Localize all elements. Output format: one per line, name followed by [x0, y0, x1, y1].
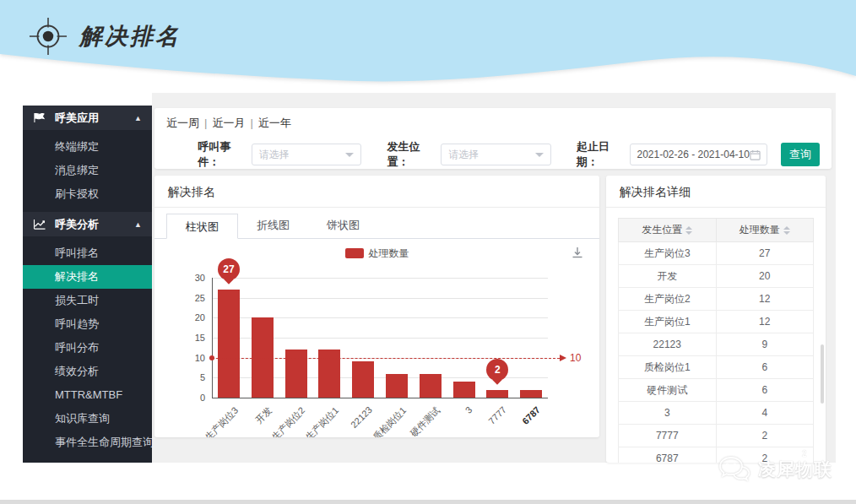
scrollbar[interactable]: [821, 344, 824, 404]
call-event-select[interactable]: 请选择: [252, 144, 362, 165]
table-header-row: 发生位置处理数量: [619, 219, 814, 242]
bar[interactable]: [420, 374, 442, 398]
table-cell: 2: [716, 425, 814, 447]
line-chart-icon: [33, 219, 46, 230]
sidebar-item[interactable]: 终端绑定: [23, 135, 152, 159]
table-cell: 生产岗位2: [619, 288, 717, 311]
table-cell: 3: [619, 402, 717, 425]
detail-table: 发生位置处理数量生产岗位327开发20生产岗位212生产岗位112221239质…: [618, 218, 814, 463]
sidebar-item[interactable]: 呼叫排名: [23, 241, 152, 265]
y-axis-tick-label: 20: [180, 312, 205, 322]
caret-up-icon: ▲: [134, 220, 142, 229]
sidebar-group-header[interactable]: 呼美分析▲: [23, 212, 152, 236]
sidebar-group-label: 呼美应用: [55, 111, 134, 126]
y-axis-tick-label: 30: [180, 273, 205, 283]
tab-折线图[interactable]: 折线图: [238, 213, 308, 238]
sidebar-group-items: 终端绑定消息绑定刷卡授权: [23, 130, 152, 211]
table-cell: 9: [716, 333, 814, 356]
bar[interactable]: [386, 374, 408, 398]
quick-range-link[interactable]: 近一周: [166, 117, 199, 129]
bar[interactable]: [218, 290, 240, 398]
quick-range-links: 近一周|近一月|近一年: [166, 116, 820, 131]
table-cell: 6: [716, 379, 814, 402]
table-cell: 22123: [619, 333, 717, 356]
page-title: 解决排名: [79, 21, 181, 51]
chart-type-tabs: 柱状图折线图饼状图: [154, 213, 599, 239]
bar[interactable]: [486, 390, 508, 398]
data-point-marker: 2: [486, 359, 508, 383]
call-event-placeholder: 请选择: [259, 148, 346, 162]
page-header: 解决排名: [0, 0, 856, 95]
chart-panel: 解决排名 柱状图折线图饼状图 处理数量 051015202530生产岗位3开发生…: [154, 176, 599, 437]
table-cell: 生产岗位3: [619, 242, 717, 265]
sidebar-group-header[interactable]: 呼美应用▲: [23, 106, 152, 130]
bar[interactable]: [352, 361, 374, 398]
column-header-发生位置[interactable]: 发生位置: [619, 219, 717, 242]
chart-panel-title: 解决排名: [154, 176, 599, 208]
y-axis-tick-label: 15: [180, 333, 205, 343]
bar-chart: 051015202530生产岗位3开发生产岗位2生产岗位122123质检岗位1硬…: [163, 266, 591, 437]
table-cell: 6787: [619, 447, 717, 463]
call-event-label: 呼叫事件：: [198, 139, 247, 170]
markline-label: 10: [570, 352, 581, 364]
quick-range-link[interactable]: 近一年: [258, 117, 291, 129]
column-header-处理数量[interactable]: 处理数量: [716, 219, 814, 242]
watermark-badge: 2: [802, 449, 808, 458]
date-range-input[interactable]: 2021-02-26 - 2021-04-10: [630, 144, 767, 165]
date-range-value: 2021-02-26 - 2021-04-10: [637, 149, 749, 160]
sidebar-item[interactable]: 绩效分析: [23, 360, 152, 383]
query-button[interactable]: 查询: [781, 143, 820, 166]
table-row: 77772: [619, 425, 814, 447]
table-cell: 7777: [619, 425, 717, 447]
location-select[interactable]: 请选择: [441, 144, 551, 165]
sidebar-item[interactable]: 呼叫趋势: [23, 312, 152, 336]
quick-range-link[interactable]: 近一月: [212, 117, 245, 129]
tab-饼状图[interactable]: 饼状图: [308, 213, 378, 238]
sidebar-item[interactable]: 呼叫分布: [23, 336, 152, 360]
sidebar-item[interactable]: 知识库查询: [23, 407, 152, 431]
legend-label[interactable]: 处理数量: [369, 247, 409, 261]
table-row: 质检岗位16: [619, 356, 814, 379]
table-row: 221239: [619, 333, 814, 356]
gridline: [212, 278, 548, 279]
table-cell: 12: [716, 311, 814, 333]
y-axis-line: [212, 278, 213, 398]
sidebar-item[interactable]: 事件全生命周期查询: [23, 431, 152, 454]
y-axis-tick-label: 25: [180, 293, 205, 303]
sidebar-item[interactable]: 解决排名: [23, 265, 152, 289]
bar[interactable]: [453, 382, 475, 398]
sort-icon[interactable]: [685, 226, 692, 235]
y-axis-tick-label: 5: [180, 372, 205, 382]
markline-arrow: [560, 355, 566, 361]
sidebar-group-label: 呼美分析: [55, 217, 134, 232]
column-header-label: 发生位置: [642, 224, 682, 236]
table-cell: 质检岗位1: [619, 356, 717, 379]
download-icon[interactable]: [571, 246, 584, 263]
table-row: 开发20: [619, 265, 814, 288]
y-axis-tick-label: 10: [180, 353, 205, 363]
sidebar-group-items: 呼叫排名解决排名损失工时呼叫趋势呼叫分布绩效分析MTTR&MTBF知识库查询事件…: [23, 236, 152, 459]
column-header-label: 处理数量: [740, 224, 780, 236]
table-cell: 6: [716, 356, 814, 379]
tab-柱状图[interactable]: 柱状图: [166, 214, 238, 239]
table-row: 34: [619, 402, 814, 425]
caret-up-icon: ▲: [134, 114, 142, 122]
sort-icon[interactable]: [783, 226, 790, 235]
location-placeholder: 请选择: [448, 148, 535, 162]
sidebar-item[interactable]: MTTR&MTBF: [23, 383, 152, 407]
chevron-down-icon: [345, 153, 354, 157]
filter-panel: 近一周|近一月|近一年 呼叫事件： 请选择 发生位置： 请选择 起止日期： 20…: [154, 108, 832, 169]
sidebar-item[interactable]: 损失工时: [23, 289, 152, 312]
markline-start-dot: [209, 355, 214, 360]
page-bottom-edge: [0, 500, 856, 504]
legend-swatch: [345, 248, 364, 258]
sidebar-item[interactable]: 消息绑定: [23, 159, 152, 182]
table-row: 生产岗位327: [619, 242, 814, 265]
bar[interactable]: [520, 390, 542, 398]
sidebar-item[interactable]: 刷卡授权: [23, 182, 152, 206]
separator: |: [250, 117, 252, 129]
table-cell: 27: [716, 242, 814, 265]
table-row: 生产岗位212: [619, 288, 814, 311]
detail-panel: 解决排名详细 发生位置处理数量生产岗位327开发20生产岗位212生产岗位112…: [606, 176, 826, 463]
date-range-label: 起止日期：: [577, 139, 626, 170]
